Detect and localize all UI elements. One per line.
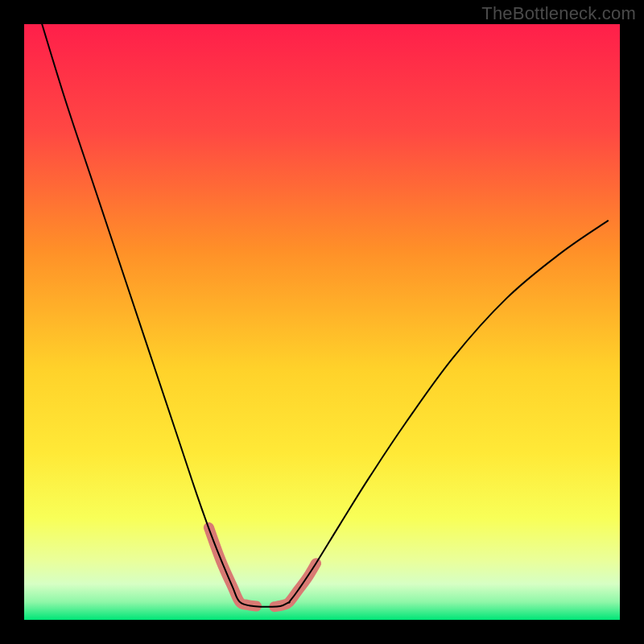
- chart-svg: [0, 0, 644, 644]
- chart-container: TheBottleneck.com: [0, 0, 644, 644]
- plot-background: [24, 24, 620, 620]
- watermark-text: TheBottleneck.com: [481, 3, 636, 24]
